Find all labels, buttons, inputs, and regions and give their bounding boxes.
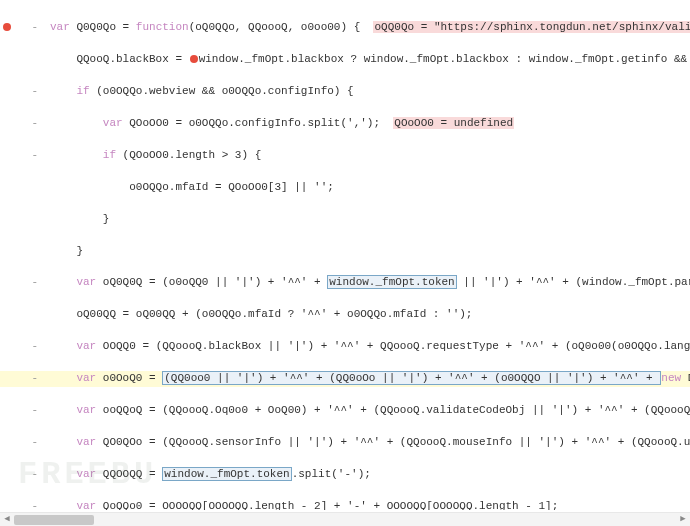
current-line-highlight: var o0OoQ0 = (QQ0oo0 || '|') + '^^' + (Q…: [0, 371, 690, 387]
inline-breakpoint[interactable]: [190, 55, 198, 63]
inline-highlight: oQQ0Qo = "https://sphinx.tongdun.net/sph…: [373, 21, 690, 33]
code-keyword: var: [50, 21, 70, 33]
scroll-left-arrow-icon[interactable]: ◀: [0, 513, 14, 527]
scrollbar-track[interactable]: [14, 515, 676, 525]
code-editor[interactable]: var Q0Q0Qo = function(oQ0QQo, QQoooQ, o0…: [0, 0, 690, 510]
token-highlight: window._fmOpt.token: [327, 275, 456, 289]
scrollbar-thumb[interactable]: [14, 515, 94, 525]
token-highlight: window._fmOpt.token: [162, 467, 291, 481]
horizontal-scrollbar[interactable]: ◀ ▶: [0, 512, 690, 526]
scroll-right-arrow-icon[interactable]: ▶: [676, 513, 690, 527]
breakpoint-marker[interactable]: [3, 23, 11, 31]
